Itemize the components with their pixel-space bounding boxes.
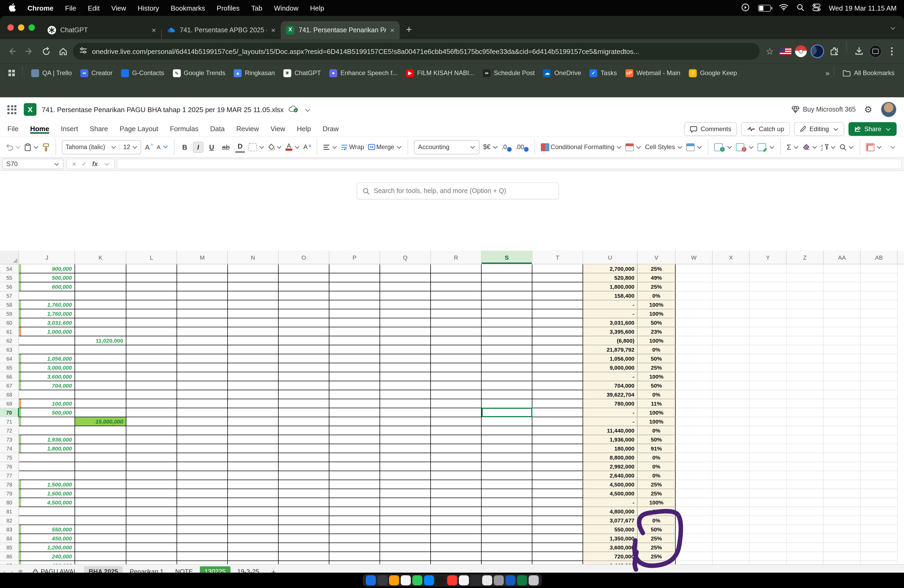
cell-M54[interactable] xyxy=(177,264,228,273)
cell-J86[interactable]: 240,000 xyxy=(19,552,75,561)
cell-AA75[interactable] xyxy=(823,453,861,462)
cell-W66[interactable] xyxy=(676,372,713,381)
cell-T59[interactable] xyxy=(533,309,583,318)
browser-tab[interactable]: ChatGPT× xyxy=(42,21,161,39)
grow-font-button[interactable]: A^ xyxy=(145,142,153,152)
cell-M57[interactable] xyxy=(177,291,228,300)
cell-W75[interactable] xyxy=(676,453,713,462)
cell-Y58[interactable] xyxy=(750,300,787,309)
font-size-select[interactable]: 12 xyxy=(120,143,141,151)
cell-W81[interactable] xyxy=(676,507,713,516)
cell-T86[interactable] xyxy=(533,552,583,561)
undo-button[interactable] xyxy=(5,144,21,150)
cancel-entry-icon[interactable]: × xyxy=(72,160,76,168)
row-header-60[interactable]: 60 xyxy=(0,318,19,327)
cell-L82[interactable] xyxy=(126,516,177,525)
menu-item-history[interactable]: History xyxy=(138,4,159,12)
cell-L77[interactable] xyxy=(126,471,177,480)
cell-N70[interactable] xyxy=(228,408,278,417)
pokeball-extension-icon[interactable] xyxy=(795,45,807,58)
cell-N66[interactable] xyxy=(228,372,278,381)
cell-X57[interactable] xyxy=(713,291,750,300)
cell-J71[interactable] xyxy=(19,417,75,426)
cell-styles-button[interactable]: Cell Styles xyxy=(645,143,682,151)
cell-O74[interactable] xyxy=(278,444,329,453)
cell-O61[interactable] xyxy=(278,327,329,336)
cell-Z65[interactable] xyxy=(787,363,823,372)
align-button[interactable] xyxy=(323,144,338,150)
cell-N68[interactable] xyxy=(228,390,278,399)
cell-AB63[interactable] xyxy=(861,345,898,354)
row-header-81[interactable]: 81 xyxy=(0,507,19,516)
cell-W61[interactable] xyxy=(676,327,713,336)
cell-Q68[interactable] xyxy=(380,390,431,399)
dock-word-icon[interactable] xyxy=(505,575,515,585)
cell-P75[interactable] xyxy=(329,453,380,462)
cell-X64[interactable] xyxy=(713,354,750,363)
cell-M60[interactable] xyxy=(177,318,228,327)
cell-K58[interactable] xyxy=(75,300,126,309)
cell-K61[interactable] xyxy=(75,327,126,336)
cell-X71[interactable] xyxy=(713,417,750,426)
table-format-button[interactable] xyxy=(686,143,702,151)
cell-X81[interactable] xyxy=(713,507,750,516)
cell-J59[interactable]: 1,760,000 xyxy=(19,309,75,318)
cell-T66[interactable] xyxy=(533,372,583,381)
battery-icon[interactable] xyxy=(758,5,771,11)
cell-S81[interactable] xyxy=(482,507,533,516)
cell-J63[interactable] xyxy=(19,345,75,354)
cell-S59[interactable] xyxy=(482,309,533,318)
cell-Z70[interactable] xyxy=(787,408,823,417)
excel-logo-icon[interactable]: X xyxy=(24,103,36,116)
cell-S65[interactable] xyxy=(482,363,533,372)
bookmark-onedrive[interactable]: ☁OneDrive xyxy=(539,67,585,79)
row-header-70[interactable]: 70 xyxy=(0,408,19,417)
underline-button[interactable]: U xyxy=(207,142,216,152)
workbook-title[interactable]: 741. Persentase Penarikan PAGU BHA tahap… xyxy=(42,106,284,114)
cell-R67[interactable] xyxy=(431,381,482,390)
cell-AB59[interactable] xyxy=(861,309,898,318)
bookmark-film-kisah-nabi-[interactable]: ▶FILM KISAH NABI... xyxy=(402,67,479,79)
font-options-button[interactable]: Aa xyxy=(303,143,311,151)
cell-U81[interactable]: 4,800,000 xyxy=(583,507,638,516)
column-header-K[interactable]: K xyxy=(75,251,126,264)
cell-T58[interactable] xyxy=(533,300,583,309)
cell-O79[interactable] xyxy=(278,489,329,498)
cell-AB80[interactable] xyxy=(861,498,898,507)
column-header-T[interactable]: T xyxy=(533,251,583,264)
cell-L55[interactable] xyxy=(126,273,177,282)
cell-U85[interactable]: 3,600,000 xyxy=(583,543,638,552)
cell-L83[interactable] xyxy=(126,525,177,534)
cell-Q75[interactable] xyxy=(380,453,431,462)
row-header-71[interactable]: 71 xyxy=(0,417,19,426)
cell-J82[interactable] xyxy=(19,516,75,525)
back-button[interactable] xyxy=(5,44,19,58)
cell-AA86[interactable] xyxy=(823,552,861,561)
cell-K71[interactable]: 15,000,000 xyxy=(75,417,126,426)
cell-N61[interactable] xyxy=(228,327,278,336)
column-header-Z[interactable]: Z xyxy=(787,251,823,264)
menu-item-file[interactable]: File xyxy=(65,4,76,12)
bookmark-webmail-main[interactable]: cPWebmail - Main xyxy=(621,67,684,79)
cell-K56[interactable] xyxy=(75,282,126,291)
cell-J72[interactable] xyxy=(19,426,75,435)
cell-P73[interactable] xyxy=(329,435,380,444)
cell-N56[interactable] xyxy=(228,282,278,291)
cell-M55[interactable] xyxy=(177,273,228,282)
cell-V59[interactable]: 100% xyxy=(638,309,676,318)
cell-O76[interactable] xyxy=(278,462,329,471)
cell-X83[interactable] xyxy=(713,525,750,534)
cell-Z59[interactable] xyxy=(787,309,823,318)
cell-P81[interactable] xyxy=(329,507,380,516)
cell-J85[interactable]: 1,200,000 xyxy=(19,543,75,552)
cell-T74[interactable] xyxy=(533,444,583,453)
cell-L69[interactable] xyxy=(126,399,177,408)
cell-L74[interactable] xyxy=(126,444,177,453)
cell-Q64[interactable] xyxy=(380,354,431,363)
cell-AA81[interactable] xyxy=(823,507,861,516)
cell-O82[interactable] xyxy=(278,516,329,525)
cell-L54[interactable] xyxy=(126,264,177,273)
cell-U55[interactable]: 520,800 xyxy=(583,273,638,282)
cell-U77[interactable]: 2,640,000 xyxy=(583,471,638,480)
cell-Q77[interactable] xyxy=(380,471,431,480)
